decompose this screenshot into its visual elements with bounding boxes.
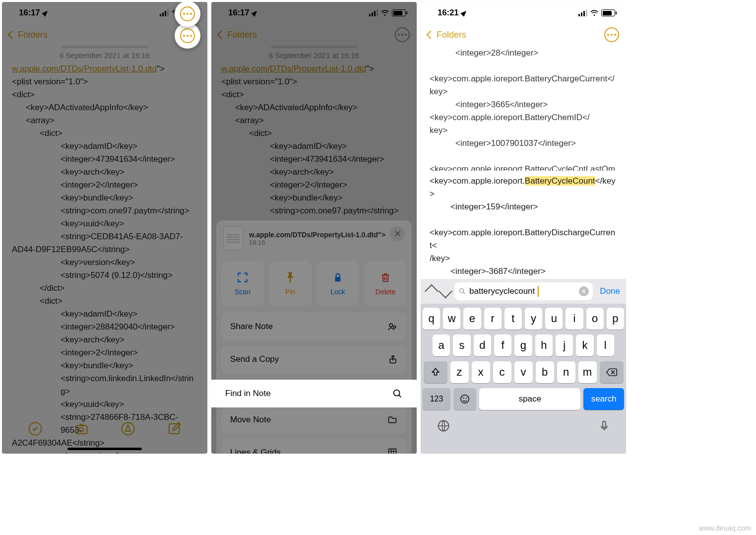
scan-button[interactable]: Scan (221, 261, 264, 306)
keyboard-row-3: z x c v b n m (423, 361, 624, 383)
chevron-left-icon (427, 31, 435, 39)
search-icon (458, 287, 466, 295)
find-bar: batterycyclecount ✕ Done (421, 279, 626, 304)
search-icon (392, 388, 403, 399)
close-button[interactable]: ✕ (390, 226, 405, 241)
keyboard-row-1: q w e r t y u i o p (423, 308, 624, 330)
svg-rect-1 (76, 426, 87, 434)
svg-point-7 (389, 324, 392, 327)
more-button[interactable] (395, 27, 410, 42)
shift-icon (431, 367, 441, 377)
key-m[interactable]: m (578, 361, 597, 383)
key-g[interactable]: g (514, 334, 532, 356)
pin-icon (285, 271, 296, 284)
wifi-icon (380, 8, 389, 17)
action-sheet: w.apple.com/DTDs/PropertyList-1.0.dtd"> … (211, 220, 417, 454)
share-note-item[interactable]: Share Note (221, 313, 407, 340)
key-y[interactable]: y (525, 308, 542, 330)
back-button[interactable]: Folders (9, 30, 48, 40)
key-n[interactable]: n (557, 361, 575, 383)
key-l[interactable]: l (597, 334, 614, 356)
delete-button[interactable]: Delete (364, 261, 407, 306)
key-search[interactable]: search (583, 388, 624, 410)
status-bar: 16:21 (421, 2, 626, 24)
key-c[interactable]: c (493, 361, 511, 383)
note-link[interactable]: w.apple.com/DTDs/PropertyList-1.0.dtd (12, 64, 157, 73)
status-time: 16:17 (19, 8, 40, 18)
key-z[interactable]: z (450, 361, 469, 383)
note-thumbnail (223, 226, 243, 250)
back-button[interactable]: Folders (428, 30, 466, 40)
location-icon (42, 9, 50, 16)
key-o[interactable]: o (586, 308, 604, 330)
title-placeholder (62, 46, 148, 48)
pin-button[interactable]: Pin (269, 261, 312, 306)
note-content-dimmed: <integer>28</integer> <key>com.apple.ior… (421, 46, 626, 171)
trash-icon (380, 271, 391, 284)
prev-match-button[interactable] (425, 284, 439, 298)
screenshot-1: 16:17 Folders 6 September 2021 at 16:16 … (2, 2, 207, 454)
key-emoji[interactable] (453, 388, 476, 410)
status-bar: 16:17 (211, 2, 417, 24)
key-f[interactable]: f (494, 334, 511, 356)
watermark: www.deuaq.com (699, 524, 751, 532)
key-q[interactable]: q (423, 308, 440, 330)
key-v[interactable]: v (514, 361, 533, 383)
location-icon (252, 9, 259, 16)
markup-icon[interactable] (121, 421, 135, 436)
mic-icon[interactable] (598, 419, 610, 433)
lines-grids-item[interactable]: Lines & Grids (221, 439, 407, 454)
key-j[interactable]: j (556, 334, 573, 356)
more-button[interactable] (604, 27, 619, 42)
key-e[interactable]: e (463, 308, 481, 330)
key-h[interactable]: h (535, 334, 553, 356)
globe-icon[interactable] (437, 419, 450, 433)
camera-icon[interactable] (74, 421, 89, 436)
nav-bar: Folders (211, 24, 417, 46)
key-a[interactable]: a (433, 334, 450, 356)
next-match-button[interactable] (439, 284, 452, 298)
sheet-header: w.apple.com/DTDs/PropertyList-1.0.dtd"> … (216, 220, 412, 256)
send-copy-item[interactable]: Send a Copy (221, 345, 407, 373)
wifi-icon (590, 8, 599, 17)
key-w[interactable]: w (443, 308, 460, 330)
back-button[interactable]: Folders (218, 30, 257, 40)
svg-rect-4 (169, 424, 179, 434)
nav-bar: Folders (421, 24, 626, 46)
note-content[interactable]: w.apple.com/DTDs/PropertyList-1.0.dtd"> … (2, 63, 207, 454)
clear-search-button[interactable]: ✕ (579, 286, 589, 296)
key-backspace[interactable] (600, 361, 624, 383)
key-d[interactable]: d (474, 334, 491, 356)
key-k[interactable]: k (576, 334, 593, 356)
lock-button[interactable]: Lock (316, 261, 359, 306)
lock-icon (332, 271, 343, 284)
key-space[interactable]: space (479, 388, 580, 410)
key-b[interactable]: b (536, 361, 554, 383)
compose-icon[interactable] (167, 421, 182, 436)
key-t[interactable]: t (504, 308, 522, 330)
key-u[interactable]: u (545, 308, 563, 330)
svg-rect-17 (603, 421, 606, 427)
emoji-icon (459, 394, 470, 404)
key-p[interactable]: p (607, 308, 624, 330)
key-123[interactable]: 123 (423, 388, 450, 410)
screenshot-2: 16:17 Folders 6 September 2021 at 16:16 … (211, 2, 417, 454)
more-button-highlighted[interactable] (175, 2, 200, 27)
done-button[interactable]: Done (600, 286, 620, 296)
search-input[interactable]: batterycyclecount ✕ (454, 282, 593, 300)
nav-bar: Folders (2, 24, 207, 46)
key-r[interactable]: r (484, 308, 502, 330)
keyboard-row-4: 123 space search (423, 388, 624, 410)
back-label: Folders (437, 30, 466, 40)
key-shift[interactable] (424, 361, 447, 383)
note-content: w.apple.com/DTDs/PropertyList-1.0.dtd"> … (211, 63, 417, 230)
find-in-note-item[interactable]: Find in Note (211, 380, 417, 407)
key-x[interactable]: x (472, 361, 490, 383)
home-indicator[interactable] (67, 448, 142, 450)
screenshot-3: 16:21 Folders <integer>28</integer> <key… (421, 2, 626, 454)
chevron-left-icon (217, 31, 226, 39)
move-note-item[interactable]: Move Note (221, 406, 407, 434)
checklist-icon[interactable] (28, 421, 43, 436)
key-s[interactable]: s (453, 334, 470, 356)
key-i[interactable]: i (566, 308, 583, 330)
